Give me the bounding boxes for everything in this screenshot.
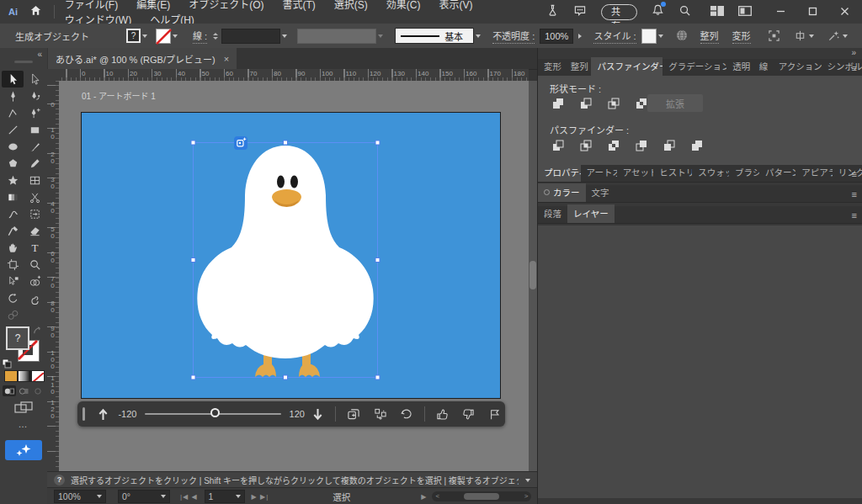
- variations-icon[interactable]: [370, 405, 390, 423]
- artboard[interactable]: [81, 112, 501, 399]
- paintbrush-tool[interactable]: [24, 138, 45, 155]
- close-tab-icon[interactable]: ×: [224, 54, 229, 64]
- type-tool[interactable]: T: [24, 239, 45, 256]
- panel-tab-アートオ[interactable]: アートオ: [581, 163, 617, 182]
- close-icon[interactable]: [836, 4, 854, 19]
- panel-tab-ブラシ[interactable]: ブラシ: [729, 163, 759, 182]
- rotate-up-icon[interactable]: [93, 405, 113, 423]
- horizontal-scrollbar[interactable]: < >: [432, 491, 531, 501]
- mesh-tool[interactable]: [24, 172, 45, 188]
- fill-color-well[interactable]: ?: [6, 326, 29, 350]
- rotation-select[interactable]: 0°: [118, 490, 170, 503]
- contextual-task-bar[interactable]: -120 120: [77, 401, 505, 427]
- undo-icon[interactable]: [396, 405, 416, 423]
- opacity-expand-icon[interactable]: [578, 34, 582, 39]
- panel-tab-アセット[interactable]: アセット: [617, 163, 653, 182]
- style-label[interactable]: スタイル :: [593, 29, 636, 44]
- generative-ai-button[interactable]: [5, 440, 42, 460]
- stroke-swatch[interactable]: [156, 29, 178, 44]
- opacity-field[interactable]: 100%: [540, 29, 573, 44]
- rotate-tool[interactable]: [2, 289, 24, 306]
- panel-tab-整列[interactable]: 整列: [565, 57, 592, 76]
- first-artboard-icon[interactable]: |◀ ◀: [180, 493, 198, 501]
- panel-tab-パターン[interactable]: パターン: [759, 163, 795, 182]
- rotate-down-icon[interactable]: [308, 405, 327, 423]
- panel-menu-icon[interactable]: ≡: [852, 169, 857, 179]
- more-tools-icon[interactable]: …: [0, 419, 47, 429]
- menu-item-5[interactable]: 効果(C): [386, 0, 421, 11]
- warp-tool[interactable]: [2, 205, 24, 222]
- direct-selection-tool[interactable]: [24, 71, 45, 88]
- gradient-tool[interactable]: [2, 188, 24, 205]
- scroll-left-icon[interactable]: <: [435, 491, 439, 501]
- expand-panels-icon[interactable]: »: [851, 48, 856, 57]
- menu-item-3[interactable]: 書式(T): [283, 0, 316, 11]
- shape-builder-tool[interactable]: [24, 273, 45, 289]
- panel-tab-透明[interactable]: 透明: [726, 57, 753, 76]
- spiral-tool[interactable]: [24, 289, 45, 306]
- style-swatch[interactable]: [641, 29, 663, 44]
- menu-item-6[interactable]: 表示(V): [439, 0, 473, 11]
- divide-icon[interactable]: [548, 138, 567, 153]
- vertical-scrollbar-thumb[interactable]: [529, 261, 536, 289]
- crop-icon[interactable]: [631, 138, 650, 153]
- layout-icon[interactable]: [738, 4, 752, 19]
- artboard-number-select[interactable]: 1: [205, 490, 245, 503]
- layers-panel-body[interactable]: [538, 225, 862, 498]
- selection-tool[interactable]: [2, 71, 24, 88]
- align-button[interactable]: 整列: [700, 29, 719, 44]
- panel-tab-スウォッ[interactable]: スウォッ: [692, 163, 729, 182]
- comments-icon[interactable]: [573, 4, 587, 20]
- last-artboard-icon[interactable]: ▶ ▶|: [252, 493, 269, 501]
- share-button[interactable]: 共有: [601, 4, 637, 20]
- line-tool[interactable]: [2, 121, 24, 138]
- stroke-weight-stepper[interactable]: [213, 33, 218, 40]
- gradient-swatch-button[interactable]: [18, 370, 31, 382]
- thumb-down-icon[interactable]: [459, 405, 478, 423]
- brush-definition[interactable]: 基本: [395, 28, 481, 44]
- panel-tab-リンク[interactable]: リンク: [833, 163, 862, 182]
- menu-item-4[interactable]: 選択(S): [334, 0, 368, 11]
- vertical-ruler[interactable]: 0102030405060708090100110120: [47, 81, 60, 471]
- draw-inside-mode-button[interactable]: [31, 385, 45, 396]
- hint-expand-icon[interactable]: [525, 479, 530, 482]
- ellipse-tool[interactable]: [2, 138, 24, 155]
- fill-swatch[interactable]: ?: [126, 29, 147, 43]
- panel-tab-アピアラ[interactable]: アピアラ: [795, 163, 833, 182]
- rotation-slider[interactable]: [145, 413, 280, 415]
- flask-icon[interactable]: [546, 3, 559, 20]
- stroke-weight-label[interactable]: 線 :: [193, 29, 207, 44]
- document-tab[interactable]: あひる.ai* @ 100 % (RGB/プレビュー) ×: [48, 48, 237, 69]
- panel-tab-変形[interactable]: 変形: [538, 57, 565, 76]
- zoom-level-select[interactable]: 100%: [54, 490, 106, 503]
- flag-icon[interactable]: [486, 405, 505, 423]
- free-transform-icon[interactable]: [768, 29, 780, 42]
- panel-tab-プロパティ[interactable]: プロパティ: [538, 163, 581, 182]
- menu-item-2[interactable]: オブジェクト(O): [189, 0, 263, 11]
- horizontal-scrollbar-thumb[interactable]: [464, 493, 499, 500]
- home-icon[interactable]: [29, 4, 42, 20]
- panel-menu-icon[interactable]: ≡: [852, 210, 857, 220]
- minus-back-icon[interactable]: [687, 138, 705, 153]
- duplicate-icon[interactable]: [343, 405, 363, 423]
- rectangle-tool[interactable]: [24, 121, 45, 138]
- minimize-icon[interactable]: [771, 4, 789, 19]
- polygon-tool[interactable]: [2, 155, 24, 172]
- trim-icon[interactable]: [576, 138, 594, 153]
- unite-icon[interactable]: [548, 96, 567, 111]
- pen-tool[interactable]: [2, 88, 24, 104]
- transform-button[interactable]: 変形: [732, 29, 751, 44]
- hand-tool[interactable]: [2, 239, 24, 256]
- color-swatch-button[interactable]: [4, 370, 18, 382]
- artboard-tool[interactable]: [2, 256, 24, 273]
- draw-behind-mode-button[interactable]: [17, 385, 30, 396]
- canvas-viewport[interactable]: 01 - アートボード 1: [59, 81, 529, 471]
- search-icon[interactable]: [678, 4, 691, 20]
- document-setup-icon[interactable]: [675, 29, 689, 44]
- none-swatch-button[interactable]: [31, 370, 45, 382]
- magic-wand-icon[interactable]: [827, 29, 848, 42]
- panel-tab-文字[interactable]: 文字: [586, 183, 615, 202]
- panel-tab-カラー[interactable]: カラー: [538, 183, 586, 202]
- slider-knob[interactable]: [210, 408, 220, 417]
- stroke-weight-field[interactable]: [221, 29, 287, 44]
